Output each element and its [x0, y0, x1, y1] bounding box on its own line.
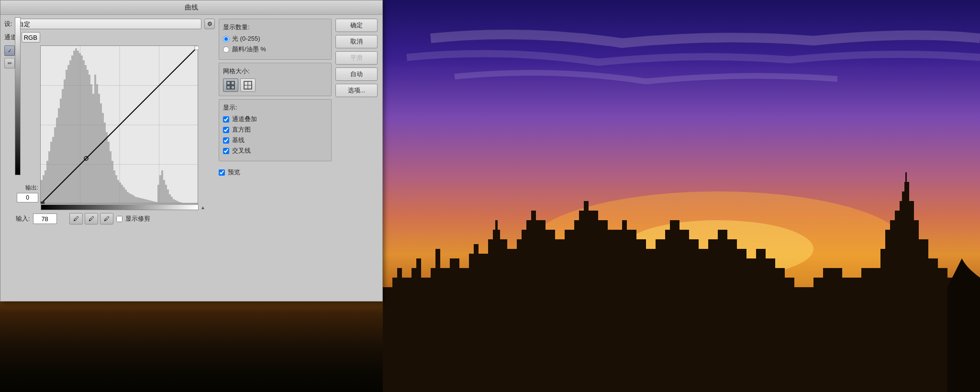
light-radio-label: 光 (0-255): [232, 34, 260, 43]
svg-rect-29: [79, 53, 81, 204]
channel-overlay-checkbox[interactable]: [223, 116, 229, 123]
gear-button[interactable]: ⚙: [204, 19, 215, 29]
output-value-input[interactable]: 0: [17, 193, 38, 202]
left-panel: 设: 自定 ⚙ 通道: RGB红绿蓝 ✓: [4, 19, 215, 297]
black-eyedropper-button[interactable]: 🖊: [69, 213, 83, 224]
channel-row: 通道: RGB红绿蓝: [4, 32, 215, 43]
svg-rect-62: [142, 199, 144, 204]
svg-rect-64: [146, 200, 148, 204]
svg-rect-54: [127, 192, 129, 204]
show-clip-checkbox[interactable]: [116, 216, 122, 222]
cancel-button[interactable]: 取消: [335, 35, 378, 48]
large-grid-icon: [244, 81, 252, 90]
svg-rect-82: [180, 202, 182, 204]
svg-rect-60: [138, 198, 140, 204]
gray-eyedropper-button[interactable]: 🖊: [85, 213, 98, 224]
svg-rect-47: [113, 170, 115, 204]
svg-rect-86: [188, 203, 190, 204]
dialog-title: 曲线: [185, 3, 198, 12]
svg-rect-76: [169, 194, 171, 204]
options-button[interactable]: 选项...: [335, 84, 378, 97]
svg-rect-69: [156, 202, 157, 204]
channel-select[interactable]: RGB红绿蓝: [22, 32, 40, 43]
svg-rect-44: [108, 142, 110, 204]
svg-rect-28: [77, 51, 79, 204]
histogram-row: 直方图: [223, 125, 327, 134]
curves-wrapper: 输出: 0: [17, 45, 215, 210]
svg-rect-10: [43, 175, 45, 204]
histogram-checkbox[interactable]: [223, 127, 229, 133]
auto-button[interactable]: 自动: [335, 67, 378, 81]
output-label: 输出:: [25, 184, 38, 192]
preview-row: 预览: [219, 168, 379, 177]
curves-tools: ✓ ✏: [4, 45, 15, 210]
svg-rect-89: [194, 203, 196, 204]
svg-rect-70: [157, 185, 159, 204]
white-eyedropper-button[interactable]: 🖊: [100, 213, 113, 224]
baseline-checkbox[interactable]: [223, 137, 229, 144]
svg-rect-80: [177, 201, 178, 204]
svg-rect-37: [94, 75, 96, 204]
gradient-bar-left: [15, 17, 21, 175]
histogram-label: 直方图: [232, 125, 251, 134]
svg-rect-68: [154, 202, 156, 204]
svg-rect-30: [81, 56, 83, 204]
ink-radio-row: 颜料/油墨 %: [223, 45, 327, 54]
smooth-button[interactable]: 平滑: [335, 51, 378, 65]
svg-rect-56: [131, 194, 133, 204]
curves-canvas-container[interactable]: [40, 45, 198, 203]
show-section: 显示: 通道叠加 直方图 基线: [219, 99, 332, 161]
preset-select[interactable]: 自定: [15, 19, 201, 29]
svg-rect-61: [140, 198, 142, 204]
input-label: 输入:: [16, 214, 30, 223]
small-grid-button[interactable]: [223, 78, 238, 92]
input-value-input[interactable]: [33, 213, 57, 224]
light-radio[interactable]: [223, 36, 229, 42]
show-clip-label: 显示修剪: [125, 214, 150, 223]
svg-rect-73: [163, 180, 165, 204]
pencil-icon: ✏: [8, 60, 12, 67]
light-radio-row: 光 (0-255): [223, 34, 327, 43]
grid-button-row: [223, 78, 327, 92]
svg-rect-45: [110, 151, 111, 204]
svg-rect-59: [136, 197, 138, 204]
svg-rect-36: [92, 94, 94, 204]
svg-rect-32: [85, 65, 87, 204]
preview-checkbox[interactable]: [219, 169, 225, 176]
svg-rect-35: [90, 84, 92, 204]
curves-svg: [41, 46, 199, 204]
pencil-tool-button[interactable]: ✏: [4, 58, 15, 68]
ink-radio-label: 颜料/油墨 %: [232, 45, 266, 54]
gear-icon: ⚙: [207, 21, 212, 27]
pointer-icon: ✓: [8, 48, 12, 54]
large-grid-button[interactable]: [240, 78, 256, 92]
pointer-tool-button[interactable]: ✓: [4, 45, 15, 56]
svg-rect-26: [73, 51, 75, 204]
svg-rect-75: [167, 190, 169, 204]
svg-rect-74: [165, 185, 167, 204]
svg-rect-21: [64, 79, 66, 204]
svg-rect-91: [197, 203, 199, 204]
show-section-title: 显示:: [223, 103, 327, 112]
svg-rect-65: [148, 200, 150, 204]
svg-rect-98: [227, 86, 230, 89]
svg-rect-48: [115, 175, 117, 204]
svg-rect-63: [144, 199, 146, 204]
ok-button[interactable]: 确定: [335, 19, 378, 32]
display-section: 显示数量: 光 (0-255) 颜料/油墨 %: [219, 19, 332, 60]
svg-rect-96: [227, 81, 230, 85]
svg-rect-57: [133, 195, 134, 204]
ink-radio[interactable]: [223, 46, 229, 53]
intersection-checkbox[interactable]: [223, 148, 229, 154]
input-row: 输入: 🖊 🖊 🖊 显示修剪: [16, 213, 215, 224]
svg-rect-72: [161, 170, 163, 204]
svg-rect-40: [100, 103, 102, 204]
svg-rect-38: [96, 84, 98, 204]
svg-rect-41: [102, 113, 104, 204]
baseline-label: 基线: [232, 136, 245, 145]
triangle-icon: ▲: [200, 205, 205, 210]
preset-row: 设: 自定 ⚙: [4, 19, 215, 29]
svg-rect-84: [184, 203, 186, 204]
curves-dialog: 曲线 设: 自定 ⚙ 通道: RGB红绿蓝: [0, 0, 383, 302]
svg-rect-50: [119, 182, 121, 204]
